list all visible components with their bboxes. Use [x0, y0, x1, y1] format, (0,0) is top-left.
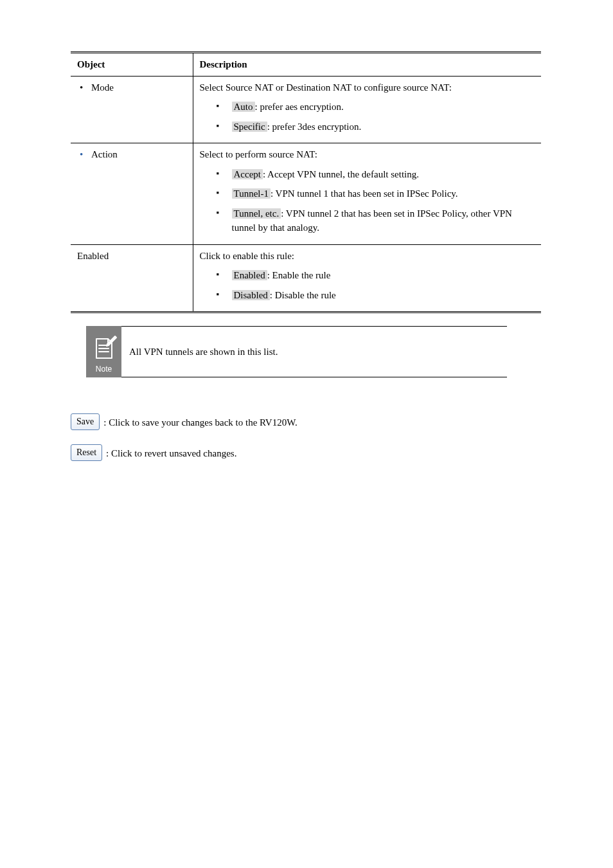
reset-button[interactable]: Reset	[71, 444, 102, 461]
save-button[interactable]: Save	[71, 413, 100, 430]
note-text: All VPN tunnels are shown in this list.	[121, 326, 507, 377]
action-intro: Select to perform source NAT:	[200, 147, 535, 162]
highlight-specific: Specific	[232, 122, 267, 132]
description-table: Object Description Mode Select Source NA…	[71, 51, 541, 313]
enabled-option-off: Disabled: Disable the rule	[217, 288, 535, 303]
enabled-label: Enabled	[77, 251, 109, 261]
highlight-accept: Accept	[232, 169, 263, 179]
highlight-disabled: Disabled	[232, 290, 270, 300]
action-option-tunnel-etc: Tunnel, etc.: VPN tunnel 2 that has been…	[217, 206, 535, 235]
table-header-object: Object	[71, 53, 193, 77]
highlight-tunnel1: Tunnel-1	[232, 188, 271, 199]
action-option-accept: Accept: Accept VPN tunnel, the default s…	[217, 167, 535, 182]
mode-option-specific: Specific: prefer 3des encryption.	[217, 120, 535, 134]
mode-intro: Select Source NAT or Destination NAT to …	[200, 80, 535, 95]
highlight-auto: Auto	[232, 102, 255, 112]
highlight-tunnel-etc: Tunnel, etc.	[232, 208, 281, 219]
enabled-intro: Click to enable this rule:	[200, 249, 535, 264]
highlight-enabled: Enabled	[232, 270, 267, 280]
save-description: : Click to save your changes back to the…	[103, 414, 298, 430]
note-box: Note All VPN tunnels are shown in this l…	[86, 326, 507, 377]
mode-option-auto: Auto: prefer aes encryption.	[217, 100, 535, 114]
note-icon: Note	[86, 326, 121, 377]
table-header-description: Description	[193, 53, 541, 77]
mode-label: Mode	[77, 82, 114, 93]
enabled-option-on: Enabled: Enable the rule	[217, 268, 535, 283]
action-label: Action	[77, 149, 118, 159]
reset-description: : Click to revert unsaved changes.	[106, 445, 236, 461]
action-option-tunnel1: Tunnel-1: VPN tunnel 1 that has been set…	[217, 186, 535, 201]
